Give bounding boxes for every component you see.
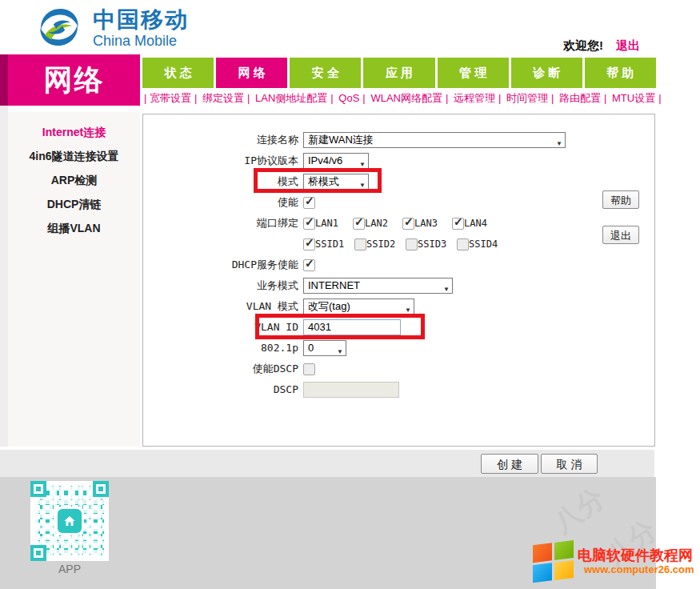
left-gutter [0,106,8,447]
subnav-route[interactable]: 路由配置 [559,92,609,104]
flag-pane-blue [533,563,552,583]
tab-application[interactable]: 应 用 [363,58,434,88]
wan-connection-form: 连接名称 新建WAN连接▼ IP协议版本 IPv4/v6▼ 模式 桥模式▼ 使能… [142,114,655,447]
welcome-bar: 欢迎您!退出 [563,38,640,54]
connection-name-value: 新建WAN连接 [308,134,374,146]
ssid1-checkbox[interactable] [303,238,315,250]
windows-flag-icon [533,540,574,583]
dscp-label: DSCP [143,382,298,398]
dhcp-enable-label: DHCP服务使能 [143,257,298,273]
sidebar-item-internet[interactable]: Internet连接 [8,120,140,144]
chevron-down-icon: ▼ [556,137,562,151]
vlan-mode-label: VLAN 模式 [143,299,298,315]
app-label: APP [30,563,109,575]
chevron-down-icon: ▼ [405,303,411,318]
enable-checkbox[interactable] [303,197,315,209]
header: 中国移动 China Mobile 欢迎您!退出 [0,0,700,54]
service-mode-select[interactable]: INTERNET▼ [303,278,453,294]
connection-name-select[interactable]: 新建WAN连接▼ [303,132,566,148]
sidebar: Internet连接 4in6隧道连接设置 ARP检测 DHCP清链 组播VLA… [8,112,140,447]
ssid3-label: SSID3 [418,236,446,252]
flag-pane-yellow [554,560,574,580]
subnav-wlan[interactable]: WLAN网络配置 [370,92,450,104]
section-title: 网络 [8,54,140,106]
subnav-binding[interactable]: 绑定设置 [202,92,252,104]
sidebar-item-4in6[interactable]: 4in6隧道连接设置 [8,144,140,168]
lan1-label: LAN1 [315,215,338,231]
create-button[interactable]: 创 建 [481,454,538,474]
ssid2-checkbox[interactable] [354,238,366,250]
home-icon [58,509,82,533]
subnav-remote[interactable]: 远程管理 [454,92,503,104]
sidebar-item-mvlan[interactable]: 组播VLAN [8,216,140,240]
logout-link[interactable]: 退出 [616,38,640,52]
lan2-checkbox[interactable] [353,218,365,230]
tab-network[interactable]: 网 络 [216,58,287,88]
vlan-mode-select[interactable]: 改写(tag)▼ [303,299,414,315]
sub-nav: 宽带设置 绑定设置 LAN侧地址配置 QoS WLAN网络配置 远程管理 时间管… [144,91,672,107]
subnav-broadband[interactable]: 宽带设置 [150,92,199,104]
ssid2-label: SSID2 [366,236,395,252]
flag-pane-red [533,543,552,563]
ssid1-label: SSID1 [315,236,344,252]
ssid4-checkbox[interactable] [457,238,469,250]
dscp-enable-checkbox[interactable] [303,363,315,375]
tab-security[interactable]: 安 全 [290,58,361,88]
app-qr-code [30,481,109,561]
tab-help[interactable]: 帮 助 [585,58,656,88]
lan4-checkbox[interactable] [452,218,464,230]
qr-finder-icon [30,481,46,497]
enable-label: 使能 [143,194,298,210]
ip-version-select[interactable]: IPv4/v6▼ [303,153,369,169]
ip-version-label: IP协议版本 [143,153,298,169]
subnav-qos[interactable]: QoS [338,92,367,104]
vlan-id-input[interactable]: 4031 [303,319,401,335]
lan1-checkbox[interactable] [303,218,315,230]
lan3-checkbox[interactable] [402,218,414,230]
mode-label: 模式 [143,174,298,190]
sidebar-item-dhcp[interactable]: DHCP清链 [8,192,140,216]
connection-name-label: 连接名称 [143,132,298,148]
exit-button[interactable]: 退出 [602,226,639,244]
dot1p-select[interactable]: 0▼ [303,340,346,356]
nav-left-sliver [0,54,8,106]
dscp-input [303,382,399,398]
sidebar-item-arp[interactable]: ARP检测 [8,168,140,192]
tab-diagnosis[interactable]: 诊 断 [511,58,582,88]
lan4-label: LAN4 [464,215,487,231]
ssid4-label: SSID4 [469,236,498,252]
chevron-down-icon: ▼ [359,158,366,172]
chevron-down-icon: ▼ [443,282,450,297]
service-mode-label: 业务模式 [143,278,298,294]
flag-pane-green [554,540,574,560]
vlan-mode-value: 改写(tag) [308,300,350,312]
site-name: 电脑软硬件教程网 [578,546,693,565]
subnav-mtu[interactable]: MTU设置 [612,92,664,104]
brand-name-cn: 中国移动 [93,9,189,31]
router-admin-page: 中国移动 China Mobile 欢迎您!退出 网络 状 态 网 络 安 全 … [0,0,700,589]
dot1p-value: 0 [308,342,314,354]
subnav-time[interactable]: 时间管理 [506,92,556,104]
lan3-label: LAN3 [414,215,438,231]
tab-status[interactable]: 状 态 [142,58,214,88]
mode-select[interactable]: 桥模式▼ [303,174,369,190]
chevron-down-icon: ▼ [359,178,366,193]
ip-version-value: IPv4/v6 [308,154,342,166]
vlan-id-label: VLAN ID [143,319,298,335]
site-url: www.computer26.com [584,563,694,575]
main-nav-tabs: 状 态 网 络 安 全 应 用 管 理 诊 断 帮 助 [142,58,656,88]
help-button[interactable]: 帮助 [602,190,639,209]
mode-value: 桥模式 [308,175,339,187]
tab-management[interactable]: 管 理 [438,58,509,88]
welcome-text: 欢迎您! [563,38,603,52]
dot1p-label: 802.1p [143,340,298,356]
qr-finder-icon [93,481,109,497]
service-mode-value: INTERNET [308,279,360,291]
dhcp-enable-checkbox[interactable] [303,259,315,271]
site-logo: 电脑软硬件教程网 www.computer26.com [528,538,700,586]
china-mobile-logo-icon [35,4,83,50]
ssid3-checkbox[interactable] [406,238,418,250]
subnav-lan-addr[interactable]: LAN侧地址配置 [255,92,336,104]
cancel-button[interactable]: 取 消 [541,454,598,474]
qr-finder-icon [30,545,46,561]
